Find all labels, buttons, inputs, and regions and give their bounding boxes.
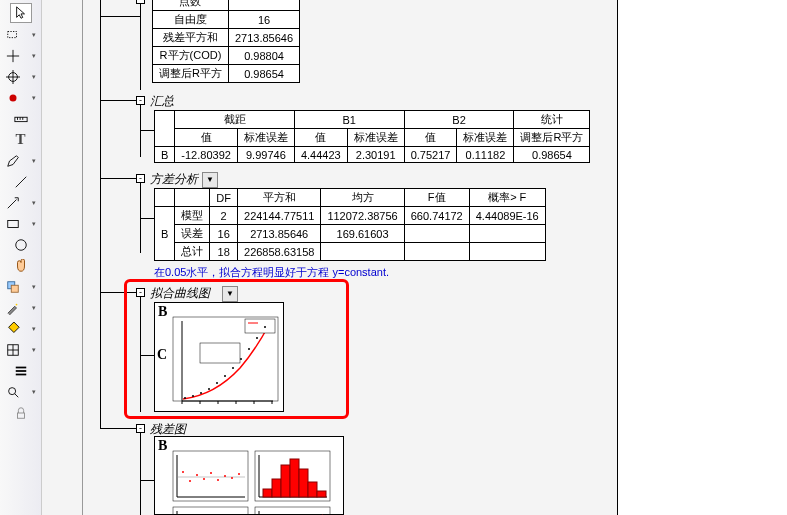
svg-point-56 bbox=[196, 474, 198, 476]
svg-point-46 bbox=[240, 358, 242, 360]
anova-h-ss: 平方和 bbox=[238, 189, 321, 207]
svg-point-42 bbox=[208, 388, 210, 390]
layers-tool[interactable]: ▾ bbox=[3, 277, 39, 296]
summary-h-se3: 标准误差 bbox=[457, 129, 514, 147]
svg-rect-16 bbox=[11, 285, 18, 292]
svg-point-43 bbox=[216, 382, 218, 384]
menu-tool[interactable] bbox=[11, 361, 31, 380]
row-points-value bbox=[228, 0, 299, 11]
svg-point-47 bbox=[248, 348, 250, 350]
svg-rect-0 bbox=[7, 31, 16, 37]
summary-h-val2: 值 bbox=[294, 129, 347, 147]
svg-rect-69 bbox=[290, 459, 299, 497]
summary-table: 截距 B1 B2 统计 值 标准误差 值 标准误差 值 标准误差 调整后R平方 … bbox=[154, 110, 590, 163]
bucket-tool[interactable]: ▾ bbox=[3, 319, 39, 338]
hand-tool[interactable] bbox=[11, 256, 31, 275]
workspace-canvas: - 点数 自由度16 残差平方和2713.85646 R平方(COD)0.988… bbox=[42, 0, 787, 515]
svg-rect-37 bbox=[245, 319, 275, 333]
row-rss-label: 残差平方和 bbox=[153, 29, 229, 47]
fit-statistics-table: 点数 自由度16 残差平方和2713.85646 R平方(COD)0.98804… bbox=[152, 0, 300, 83]
row-dof-label: 自由度 bbox=[153, 11, 229, 29]
anova-h-p: 概率> F bbox=[469, 189, 545, 207]
record-tool[interactable]: ▾ bbox=[3, 88, 39, 107]
summary-hdr-intercept: 截距 bbox=[175, 111, 295, 129]
expand-stats[interactable]: - bbox=[136, 0, 145, 4]
svg-rect-13 bbox=[7, 220, 18, 227]
summary-h-se1: 标准误差 bbox=[237, 129, 294, 147]
svg-rect-26 bbox=[17, 413, 24, 418]
expand-summary[interactable]: - bbox=[136, 96, 145, 105]
lock-tool[interactable] bbox=[11, 403, 31, 422]
line-tool[interactable] bbox=[11, 172, 31, 191]
summary-hdr-b2: B2 bbox=[404, 111, 514, 129]
anova-rowgrp: B bbox=[155, 207, 175, 261]
summary-hdr-stats: 统计 bbox=[514, 111, 590, 129]
anova-table: DF 平方和 均方 F值 概率> F B 模型 2 224144.77511 1… bbox=[154, 188, 546, 261]
rect-tool[interactable]: ▾ bbox=[3, 214, 39, 233]
svg-line-12 bbox=[7, 199, 16, 208]
svg-point-40 bbox=[192, 395, 194, 397]
zoom-fit-tool[interactable]: ▾ bbox=[3, 382, 39, 401]
crosshair-tool[interactable]: ▾ bbox=[3, 46, 39, 65]
svg-rect-68 bbox=[281, 465, 290, 497]
row-adjr2-label: 调整后R平方 bbox=[153, 65, 229, 83]
summary-h-adjr2: 调整后R平方 bbox=[514, 129, 590, 147]
circle-tool[interactable] bbox=[11, 235, 31, 254]
svg-point-24 bbox=[8, 387, 15, 394]
svg-point-41 bbox=[200, 392, 202, 394]
svg-point-58 bbox=[210, 472, 212, 474]
summary-h-se2: 标准误差 bbox=[347, 129, 404, 147]
svg-point-48 bbox=[256, 337, 258, 339]
residual-thumbnail[interactable]: B bbox=[154, 436, 344, 515]
svg-rect-84 bbox=[255, 507, 330, 515]
row-points-label: 点数 bbox=[153, 0, 229, 11]
grid-tool[interactable]: ▾ bbox=[3, 340, 39, 359]
expand-fitplot[interactable]: - bbox=[136, 288, 145, 297]
row-r2-label: R平方(COD) bbox=[153, 47, 229, 65]
svg-rect-66 bbox=[263, 489, 272, 497]
svg-point-14 bbox=[15, 239, 26, 250]
svg-line-11 bbox=[15, 176, 26, 187]
svg-rect-7 bbox=[14, 117, 26, 121]
fit-curve-thumbnail[interactable]: B C bbox=[154, 302, 284, 412]
row-dof-value: 16 bbox=[228, 11, 299, 29]
svg-point-49 bbox=[264, 326, 266, 328]
text-tool[interactable]: T bbox=[11, 130, 31, 149]
fitplot-title: 拟合曲线图 bbox=[150, 285, 210, 302]
ruler-tool[interactable] bbox=[11, 109, 31, 128]
svg-point-62 bbox=[238, 473, 240, 475]
zoom-rect-tool[interactable]: ▾ bbox=[3, 25, 39, 44]
expand-residplot[interactable]: - bbox=[136, 424, 145, 433]
arrow-line-tool[interactable]: ▾ bbox=[3, 193, 39, 212]
fit-note: 在0.05水平，拟合方程明显好于方程 y=constant. bbox=[154, 265, 389, 280]
summary-h-val1: 值 bbox=[175, 129, 238, 147]
svg-point-60 bbox=[224, 475, 226, 477]
pen-tool[interactable]: ▾ bbox=[3, 151, 39, 170]
row-adjr2-value: 0.98654 bbox=[228, 65, 299, 83]
row-rss-value: 2713.85646 bbox=[228, 29, 299, 47]
svg-rect-36 bbox=[200, 343, 240, 363]
svg-point-17 bbox=[15, 303, 17, 305]
summary-h-val3: 值 bbox=[404, 129, 457, 147]
svg-point-6 bbox=[9, 94, 16, 101]
svg-rect-67 bbox=[272, 479, 281, 497]
svg-line-25 bbox=[14, 393, 18, 397]
svg-point-55 bbox=[189, 480, 191, 482]
fitplot-dropdown[interactable]: ▼ bbox=[222, 286, 238, 302]
anova-title: 方差分析 bbox=[150, 171, 198, 188]
svg-rect-71 bbox=[308, 482, 317, 497]
svg-point-54 bbox=[182, 471, 184, 473]
anova-h-ms: 均方 bbox=[321, 189, 404, 207]
left-toolbar: ▾ ▾ ▾ ▾ T ▾ ▾ ▾ ▾ ▾ ▾ ▾ ▾ bbox=[0, 0, 42, 515]
expand-anova[interactable]: - bbox=[136, 174, 145, 183]
pointer-tool[interactable] bbox=[10, 3, 32, 23]
magic-tool[interactable]: ▾ bbox=[3, 298, 39, 317]
svg-point-44 bbox=[224, 375, 226, 377]
svg-point-57 bbox=[203, 478, 205, 480]
summary-hdr-b1: B1 bbox=[294, 111, 404, 129]
svg-point-59 bbox=[217, 479, 219, 481]
anova-dropdown[interactable]: ▼ bbox=[202, 172, 218, 188]
target-tool[interactable]: ▾ bbox=[3, 67, 39, 86]
svg-rect-72 bbox=[317, 491, 326, 497]
summary-row-b: B bbox=[155, 147, 175, 163]
